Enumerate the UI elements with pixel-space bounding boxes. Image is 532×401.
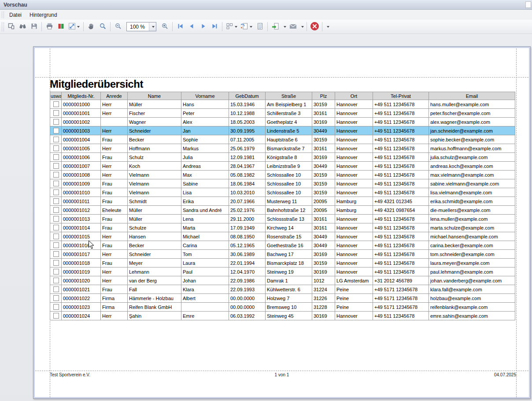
table-cell: Tom bbox=[181, 250, 229, 259]
row-checkbox[interactable] bbox=[53, 154, 59, 160]
table-cell: Frau bbox=[101, 215, 128, 223]
table-cell: Hannover bbox=[335, 100, 373, 109]
row-checkbox[interactable] bbox=[53, 101, 59, 107]
row-checkbox[interactable] bbox=[53, 119, 59, 125]
email-button[interactable] bbox=[287, 21, 299, 33]
table-row[interactable]: 0000001022FirmaHämmerle - HolzbauAlbert0… bbox=[50, 294, 515, 303]
table-row[interactable]: 0000001008HerrVielmannMax05.08.1982Schlo… bbox=[50, 171, 515, 179]
checkbox-cell bbox=[50, 153, 62, 162]
hand-tool-button[interactable] bbox=[85, 21, 97, 33]
print-button[interactable] bbox=[44, 21, 55, 33]
row-checkbox[interactable] bbox=[53, 216, 59, 222]
menubar-grip[interactable] bbox=[2, 11, 4, 18]
row-checkbox[interactable] bbox=[53, 286, 59, 292]
row-checkbox[interactable] bbox=[53, 295, 59, 301]
watermark-button[interactable] bbox=[239, 21, 254, 33]
table-row[interactable]: 0000001001HerrFischerPeter10.12.1988Schi… bbox=[50, 109, 515, 118]
table-cell: 0000001014 bbox=[62, 223, 101, 232]
table-row[interactable]: 0000001023FirmaReifen Blank GmbH00.00.00… bbox=[50, 303, 515, 312]
chevron-down-icon bbox=[250, 26, 252, 28]
row-checkbox[interactable] bbox=[53, 251, 59, 257]
table-row[interactable]: 0000001000HerrMüllerHans15.03.1946Am Bei… bbox=[50, 100, 515, 109]
row-checkbox[interactable] bbox=[53, 313, 59, 319]
menu-hintergrund[interactable]: Hintergrund bbox=[26, 11, 61, 19]
table-row[interactable]: 0000001011FrauSchmidtErika20.07.1966Must… bbox=[50, 197, 515, 206]
table-row[interactable]: 0000001017HerrSchneiderTom30.06.1989Bach… bbox=[50, 250, 515, 259]
zoom-tool-button[interactable] bbox=[97, 21, 108, 33]
table-row[interactable]: 0000001009FrauVielmannSabine18.06.1984Sc… bbox=[50, 179, 515, 188]
table-row[interactable]: 0000001019HerrLehmannPaul12.04.1970Stein… bbox=[50, 267, 515, 276]
row-checkbox[interactable] bbox=[53, 145, 59, 151]
export-options-button[interactable] bbox=[281, 22, 287, 32]
row-checkbox[interactable] bbox=[53, 110, 59, 116]
close-preview-button[interactable] bbox=[309, 21, 320, 33]
table-row[interactable]: 0000001018FrauMeyerLaura22.01.1994Bismar… bbox=[50, 259, 515, 267]
toolbar-grip[interactable] bbox=[2, 22, 4, 31]
zoom-in-button[interactable] bbox=[159, 21, 170, 33]
table-row[interactable]: 0000001007HerrKochAndreas28.04.1967Leibn… bbox=[50, 162, 515, 171]
first-page-button[interactable] bbox=[174, 21, 186, 33]
page-background-button[interactable] bbox=[254, 21, 266, 33]
find-button[interactable] bbox=[17, 21, 28, 33]
last-page-button[interactable] bbox=[209, 21, 220, 33]
table-row[interactable]: 0000001016FrauBeckerCarina05.12.1965Goet… bbox=[50, 241, 515, 250]
table-row[interactable]: 0000001004FrauBeckerSophie07.11.2005Haup… bbox=[50, 135, 515, 144]
toolbar-overflow-button[interactable] bbox=[324, 22, 330, 32]
row-checkbox[interactable] bbox=[53, 260, 59, 266]
page-setup-button[interactable] bbox=[5, 21, 17, 33]
next-page-button[interactable] bbox=[197, 21, 209, 33]
table-row[interactable]: 0000001006FrauSchulzJulia12.09.1981König… bbox=[50, 153, 515, 162]
page-color-button[interactable] bbox=[55, 21, 66, 33]
previous-page-button[interactable] bbox=[186, 21, 197, 33]
window-control-button[interactable] bbox=[525, 1, 531, 8]
row-checkbox[interactable] bbox=[53, 242, 59, 248]
table-cell: LG Amsterdam bbox=[335, 276, 373, 285]
row-checkbox[interactable] bbox=[53, 137, 59, 142]
email-options-button[interactable] bbox=[299, 22, 305, 32]
table-row[interactable]: 0000001010FrauVielmannLisa10.03.2010Schl… bbox=[50, 188, 515, 197]
row-checkbox[interactable] bbox=[53, 189, 59, 195]
row-checkbox[interactable] bbox=[53, 181, 59, 186]
table-cell: Frau bbox=[101, 197, 128, 206]
zoom-combobox-dropdown[interactable] bbox=[149, 22, 156, 31]
row-checkbox[interactable] bbox=[53, 278, 59, 283]
email-icon bbox=[289, 22, 297, 31]
preview-surface[interactable]: Mitgliederübersicht uswaMitglieds-Nr.Anr… bbox=[0, 34, 532, 401]
scale-button[interactable] bbox=[66, 21, 81, 33]
export-button[interactable] bbox=[270, 21, 281, 33]
table-row[interactable]: 0000001012EheleuteMüllerSandra und André… bbox=[50, 206, 515, 215]
table-cell: 0000001021 bbox=[62, 285, 101, 294]
margin-guide-top bbox=[35, 77, 528, 78]
multipage-view-button[interactable] bbox=[224, 21, 239, 33]
table-row[interactable]: 0000001002WagnerAlex18.05.2003Goetheplat… bbox=[50, 118, 515, 126]
table-row[interactable]: 0000001024HerrŞahinEmre06.03.1992Steinwe… bbox=[50, 312, 515, 320]
row-checkbox[interactable] bbox=[53, 128, 59, 134]
table-cell: 0000001009 bbox=[62, 179, 101, 188]
table-row[interactable]: 0000001005HerrHoffmannMarkus25.06.1979Bi… bbox=[50, 144, 515, 153]
row-checkbox[interactable] bbox=[53, 163, 59, 169]
row-checkbox[interactable] bbox=[53, 269, 59, 275]
checkbox-cell bbox=[50, 250, 62, 259]
row-checkbox[interactable] bbox=[53, 172, 59, 178]
table-row[interactable]: 0000001021FrauFallKlara22.09.1993Kühlwet… bbox=[50, 285, 515, 294]
zoom-out-button[interactable] bbox=[112, 21, 124, 33]
table-row[interactable]: 0000001020Herrvan der BergJohan22.09.198… bbox=[50, 276, 515, 285]
row-checkbox[interactable] bbox=[53, 225, 59, 230]
table-cell: Holzweg 7 bbox=[266, 294, 312, 303]
table-cell: erika.schmidt@example.com bbox=[429, 197, 515, 206]
table-row[interactable]: 0000001015HerrHansenMichael08.08.1950Ros… bbox=[50, 232, 515, 241]
table-row[interactable]: 0000001014FrauSchulzeMarta17.09.1949Kirc… bbox=[50, 223, 515, 232]
row-checkbox[interactable] bbox=[53, 198, 59, 204]
menu-datei[interactable]: Datei bbox=[5, 11, 26, 19]
row-checkbox[interactable] bbox=[53, 207, 59, 213]
table-cell: 20095 bbox=[312, 197, 335, 206]
zoom-level-combobox[interactable]: 100 % bbox=[126, 22, 156, 31]
row-checkbox[interactable] bbox=[53, 304, 59, 310]
save-button[interactable] bbox=[28, 21, 40, 33]
table-row[interactable]: 0000001013FrauMüllerLena29.11.2000Schlos… bbox=[50, 215, 515, 223]
table-row[interactable]: 0000001003HerrSchneiderJan30.09.1995Lind… bbox=[50, 126, 515, 135]
print-icon bbox=[46, 22, 53, 31]
chevron-down-icon bbox=[77, 26, 80, 28]
table-cell: 0000001020 bbox=[62, 276, 101, 285]
row-checkbox[interactable] bbox=[53, 234, 59, 239]
